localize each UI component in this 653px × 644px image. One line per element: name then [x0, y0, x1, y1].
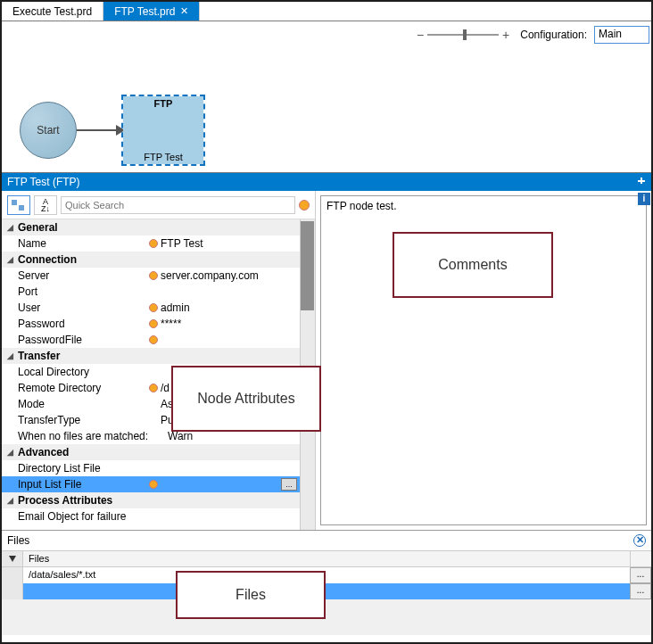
- row-selector-header[interactable]: [2, 551, 23, 566]
- files-grid: Files /data/sales/*.txt ... ...: [2, 550, 651, 635]
- files-panel-header: Files ✕: [2, 531, 651, 550]
- prop-mode[interactable]: ModeAscii: [2, 396, 315, 412]
- middle-split: AZ↓ ◢General NameFTP Test ◢Connection Se…: [2, 191, 651, 530]
- row-selector[interactable]: [2, 567, 23, 583]
- warning-icon: [149, 239, 158, 248]
- plus-icon[interactable]: +: [500, 28, 511, 42]
- file-tabs: Execute Test.prd FTP Test.prd ✕: [2, 2, 651, 21]
- prop-name[interactable]: NameFTP Test: [2, 235, 315, 252]
- files-panel-label: Files: [7, 534, 29, 547]
- property-grid: ◢General NameFTP Test ◢Connection Server…: [2, 219, 315, 530]
- tab-label: FTP Test.prd: [114, 5, 175, 18]
- prop-inputlistfile[interactable]: Input List File...: [2, 476, 315, 492]
- start-label: Start: [37, 124, 59, 136]
- minus-icon[interactable]: −: [415, 28, 426, 42]
- warning-icon[interactable]: [299, 200, 310, 211]
- close-panel-icon[interactable]: ✕: [633, 534, 646, 547]
- config-bar: − + Configuration: Main: [2, 21, 651, 48]
- section-transfer[interactable]: ◢Transfer: [2, 348, 315, 364]
- files-panel: Files ✕ Files /data/sales/*.txt ... ...: [2, 530, 651, 635]
- warning-icon: [149, 335, 158, 344]
- section-general[interactable]: ◢General: [2, 219, 315, 235]
- warning-icon: [149, 319, 158, 328]
- tab-ftp-test[interactable]: FTP Test.prd ✕: [103, 2, 200, 21]
- categorized-view-button[interactable]: [7, 195, 30, 215]
- files-header-spacer: [630, 551, 651, 566]
- prop-localdir[interactable]: Local Directory: [2, 364, 315, 380]
- section-process[interactable]: ◢Process Attributes: [2, 492, 315, 508]
- collapse-icon[interactable]: ◢: [7, 351, 16, 360]
- warning-icon: [149, 384, 158, 392]
- properties-panel-title: FTP Test (FTP): [2, 173, 651, 191]
- ftp-node[interactable]: FTP FTP Test: [123, 96, 203, 164]
- collapse-icon[interactable]: ◢: [7, 496, 16, 505]
- prop-passwordfile[interactable]: PasswordFile: [2, 332, 315, 348]
- prop-port[interactable]: Port: [2, 284, 315, 300]
- tab-execute-test[interactable]: Execute Test.prd: [2, 2, 103, 21]
- scrollbar[interactable]: [300, 219, 315, 530]
- files-cell[interactable]: [23, 583, 630, 599]
- zoom-track[interactable]: [427, 34, 499, 36]
- alphabetical-view-button[interactable]: AZ↓: [34, 195, 57, 215]
- diagram-canvas[interactable]: Start FTP FTP Test: [2, 48, 651, 173]
- prop-server[interactable]: Serverserver.company.com: [2, 268, 315, 284]
- prop-emailobj[interactable]: Email Object for failure: [2, 508, 315, 524]
- prop-transfertype[interactable]: TransferTypePull: [2, 412, 315, 428]
- scrollbar-thumb[interactable]: [301, 221, 314, 310]
- comments-text: FTP node test.: [326, 200, 397, 212]
- zoom-slider[interactable]: − +: [415, 28, 511, 42]
- collapse-icon[interactable]: ◢: [7, 448, 16, 457]
- ftp-node-header: FTP: [123, 96, 203, 109]
- files-row-selected[interactable]: ...: [2, 583, 651, 599]
- prop-dirlistfile[interactable]: Directory List File: [2, 460, 315, 476]
- start-node[interactable]: Start: [20, 102, 77, 159]
- browse-button[interactable]: ...: [630, 583, 651, 599]
- prop-user[interactable]: Useradmin: [2, 300, 315, 316]
- collapse-icon[interactable]: ◢: [7, 255, 16, 264]
- config-select[interactable]: Main: [594, 26, 649, 44]
- files-grid-header: Files: [2, 551, 651, 567]
- prop-nomatch[interactable]: When no files are matched:Warn: [2, 428, 315, 444]
- search-input[interactable]: [61, 196, 295, 214]
- collapse-icon[interactable]: ◢: [7, 223, 16, 232]
- comments-textarea[interactable]: FTP node test.: [320, 195, 647, 525]
- browse-button[interactable]: ...: [630, 567, 651, 583]
- tab-label: Execute Test.prd: [12, 5, 92, 18]
- pin-icon[interactable]: [637, 178, 646, 186]
- row-selector[interactable]: [2, 583, 23, 599]
- panel-title-text: FTP Test (FTP): [7, 176, 80, 188]
- files-grid-empty: [2, 599, 651, 635]
- ftp-node-footer: FTP Test: [123, 152, 203, 162]
- comments-pane: i FTP node test.: [316, 191, 651, 530]
- browse-button[interactable]: ...: [281, 478, 297, 491]
- files-cell[interactable]: /data/sales/*.txt: [23, 567, 630, 583]
- warning-icon: [149, 271, 158, 280]
- warning-icon: [149, 480, 158, 489]
- property-grid-pane: AZ↓ ◢General NameFTP Test ◢Connection Se…: [2, 191, 316, 530]
- prop-remotedir[interactable]: Remote Directory/d: [2, 380, 315, 396]
- property-toolbar: AZ↓: [2, 191, 315, 219]
- files-col-header[interactable]: Files: [23, 551, 630, 566]
- config-label: Configuration:: [520, 29, 587, 41]
- section-advanced[interactable]: ◢Advanced: [2, 444, 315, 460]
- files-row[interactable]: /data/sales/*.txt ...: [2, 567, 651, 583]
- zoom-handle[interactable]: [463, 29, 467, 40]
- section-connection[interactable]: ◢Connection: [2, 252, 315, 268]
- prop-password[interactable]: Password*****: [2, 316, 315, 332]
- svg-marker-0: [9, 556, 16, 562]
- info-icon[interactable]: i: [638, 193, 650, 205]
- close-icon[interactable]: ✕: [180, 5, 188, 17]
- warning-icon: [149, 303, 158, 312]
